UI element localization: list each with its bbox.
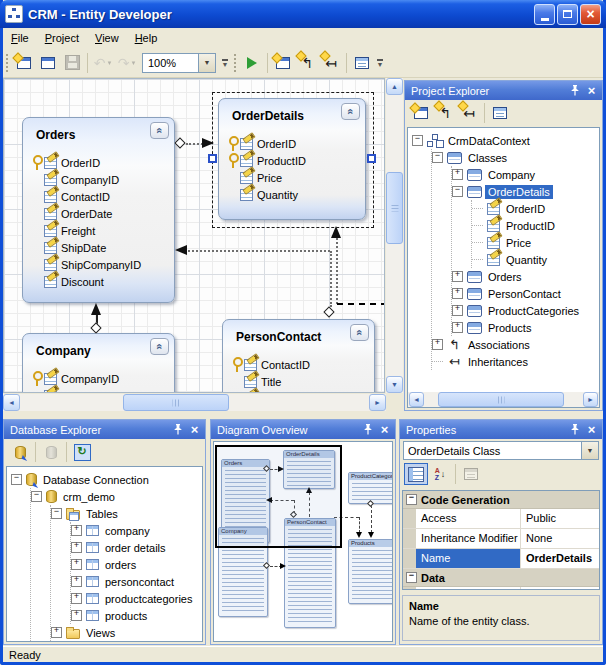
expand-toggle[interactable]: − <box>31 491 42 502</box>
entity-field-item[interactable] <box>223 390 374 393</box>
toolbar-grip[interactable] <box>233 53 238 73</box>
tree-item-orderid[interactable]: OrderID <box>472 200 599 217</box>
property-value[interactable]: crm_demo.`o <box>521 587 599 590</box>
properties-window-button[interactable] <box>488 102 512 125</box>
close-button[interactable]: × <box>580 4 601 25</box>
expand-toggle[interactable]: + <box>71 610 82 621</box>
property-name[interactable]: Inheritance Modifier <box>416 529 521 548</box>
database-explorer-titlebar[interactable]: Database Explorer × <box>4 420 205 439</box>
disconnect-database-button[interactable] <box>39 441 63 464</box>
overview-viewport[interactable] <box>215 445 342 548</box>
expand-toggle[interactable]: + <box>452 288 463 299</box>
tree-item-views[interactable]: +Views <box>51 624 202 641</box>
tree-item-orders[interactable]: +orders <box>71 556 202 573</box>
entity-field-companyid[interactable]: CompanyID <box>23 171 174 188</box>
zoom-dropdown-button[interactable]: ▼ <box>198 54 215 72</box>
zoom-combo[interactable]: 100% ▼ <box>142 53 216 73</box>
entity-field-companyid[interactable]: CompanyID <box>23 370 174 387</box>
property-value[interactable]: None <box>521 529 599 548</box>
tree-item-inheritances[interactable]: ↤Inheritances <box>432 353 599 370</box>
open-project-button[interactable] <box>36 51 60 74</box>
diagram-vscrollbar-thumb[interactable] <box>386 172 403 244</box>
panel-close-button[interactable]: × <box>584 84 599 98</box>
entity-header[interactable]: Company« <box>23 334 174 370</box>
entity-orderdetails[interactable]: OrderDetails«OrderIDProductIDPriceQuanti… <box>218 98 366 220</box>
tree-item-quantity[interactable]: Quantity <box>472 251 599 268</box>
save-button[interactable] <box>60 51 84 74</box>
categorized-button[interactable] <box>404 463 428 485</box>
collapse-button[interactable]: « <box>150 338 169 355</box>
tree-item-productid[interactable]: ProductID <box>472 217 599 234</box>
entity-field-quantity[interactable]: Quantity <box>219 186 365 203</box>
entity-field-orderdate[interactable]: OrderDate <box>23 205 174 222</box>
expand-toggle[interactable]: − <box>452 186 463 197</box>
project-explorer-titlebar[interactable]: Project Explorer × <box>405 81 602 100</box>
undo-button[interactable]: ↶▼ <box>91 51 115 74</box>
entity-company[interactable]: Company«CompanyID <box>22 333 175 393</box>
tree-item-products[interactable]: +products <box>71 607 202 624</box>
entity-field-shipdate[interactable]: ShipDate <box>23 239 174 256</box>
expand-toggle[interactable]: + <box>452 305 463 316</box>
minimize-button[interactable] <box>534 4 555 25</box>
property-name[interactable]: Name <box>416 549 521 568</box>
expand-toggle[interactable]: − <box>412 135 423 146</box>
entity-field-freight[interactable]: Freight <box>23 222 174 239</box>
property-category-code-generation[interactable]: −Code Generation <box>403 491 599 509</box>
tree-item-company[interactable]: +Company <box>452 166 599 183</box>
new-class-button[interactable] <box>271 51 295 74</box>
tree-item-company[interactable]: +company <box>71 522 202 539</box>
diagram-canvas[interactable]: Orders«OrderIDCompanyIDContactIDOrderDat… <box>3 78 385 393</box>
tree-item-crmdatacontext[interactable]: −CrmDataContext <box>412 132 599 149</box>
diagram-scroll-left-button[interactable]: ◄ <box>3 394 20 411</box>
entity-field-contactid[interactable]: ContactID <box>23 188 174 205</box>
diagram-scroll-right-button[interactable]: ► <box>369 394 386 411</box>
diagram-scroll-up-button[interactable]: ▲ <box>386 78 403 95</box>
object-selector-combo[interactable]: OrderDetails Class ▼ <box>403 441 599 460</box>
properties-window-button[interactable] <box>350 51 374 74</box>
tree-item-personcontact[interactable]: +PersonContact <box>452 285 599 302</box>
collapse-button[interactable]: « <box>150 122 169 139</box>
pin-button[interactable] <box>567 84 582 98</box>
entity-field-orderid[interactable]: OrderID <box>23 154 174 171</box>
entity-header[interactable]: Orders« <box>23 118 174 154</box>
property-row-source[interactable]: Sourcecrm_demo.`o <box>403 587 599 590</box>
tree-item-classes[interactable]: −Classes <box>432 149 599 166</box>
selection-handle[interactable] <box>367 154 376 163</box>
tree-item-orders[interactable]: +Orders <box>452 268 599 285</box>
diagram-scroll-down-button[interactable]: ▼ <box>386 376 403 393</box>
toolbar-overflow-button[interactable]: ▼ <box>374 52 386 74</box>
new-inheritance-button[interactable]: ↤ <box>457 102 481 125</box>
entity-field-shipcompanyid[interactable]: ShipCompanyID <box>23 256 174 273</box>
validate-button[interactable] <box>240 51 264 74</box>
property-value[interactable]: OrderDetails <box>521 549 599 568</box>
pin-button[interactable] <box>170 423 185 437</box>
expand-toggle[interactable]: + <box>71 542 82 553</box>
tree-item-associations[interactable]: +↰Associations <box>432 336 599 353</box>
expand-toggle[interactable]: + <box>71 576 82 587</box>
title-bar[interactable]: CRM - Entity Developer × <box>0 0 606 28</box>
tree-scroll-right-button[interactable]: ► <box>583 392 598 407</box>
menu-project[interactable]: Project <box>37 30 87 46</box>
new-association-button[interactable]: ↰ <box>433 102 457 125</box>
entity-personcontact[interactable]: PersonContact«ContactIDTitle <box>222 319 375 393</box>
new-project-button[interactable] <box>12 51 36 74</box>
tree-hscrollbar-thumb[interactable] <box>438 392 564 407</box>
entity-header[interactable]: OrderDetails« <box>219 99 365 135</box>
entity-field-productid[interactable]: ProductID <box>219 152 365 169</box>
new-inheritance-button[interactable]: ↤ <box>319 51 343 74</box>
entity-field-item[interactable] <box>23 387 174 393</box>
collapse-button[interactable]: « <box>350 324 369 341</box>
tree-item-price[interactable]: Price <box>472 234 599 251</box>
category-collapse-toggle[interactable]: − <box>406 572 417 583</box>
tree-scroll-left-button[interactable]: ◄ <box>409 392 424 407</box>
expand-toggle[interactable]: + <box>71 559 82 570</box>
property-row-name[interactable]: NameOrderDetails <box>403 549 599 569</box>
pin-button[interactable] <box>567 423 582 437</box>
new-association-button[interactable]: ↰ <box>295 51 319 74</box>
entity-field-discount[interactable]: Discount <box>23 273 174 290</box>
diagram-overview-titlebar[interactable]: Diagram Overview × <box>211 420 395 439</box>
refresh-button[interactable]: ↻ <box>70 441 94 464</box>
tree-item-crm-demo[interactable]: −crm_demo <box>31 488 202 505</box>
entity-header[interactable]: PersonContact« <box>223 320 374 356</box>
new-class-button[interactable] <box>409 102 433 125</box>
